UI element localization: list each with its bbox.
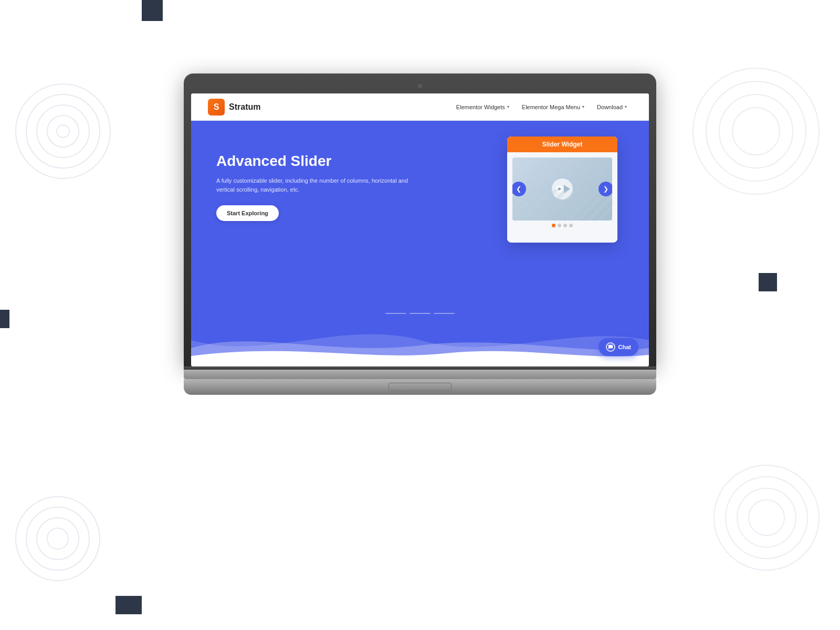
site-navbar: S Stratum Elementor Widgets ▾ Elementor … — [191, 93, 649, 121]
svg-point-10 — [26, 507, 89, 570]
logo-icon: S — [208, 99, 225, 116]
chat-icon — [606, 342, 615, 352]
svg-point-13 — [714, 465, 819, 570]
dark-square-4 — [116, 596, 142, 614]
slider-dots — [512, 220, 612, 230]
chevron-down-icon: ▾ — [582, 104, 584, 109]
svg-point-16 — [749, 500, 784, 536]
circle-group-left — [10, 79, 116, 186]
laptop: S Stratum Elementor Widgets ▾ Elementor … — [184, 74, 656, 395]
nav-links: Elementor Widgets ▾ Elementor Mega Menu … — [451, 102, 632, 112]
circle-group-bottom-left — [10, 491, 105, 588]
nav-item-mega-menu[interactable]: Elementor Mega Menu ▾ — [517, 102, 590, 112]
chat-button[interactable]: Chat — [598, 338, 638, 356]
laptop-bottom — [184, 379, 656, 395]
slider-dot-2[interactable] — [558, 224, 561, 227]
nav-item-download[interactable]: Download ▾ — [592, 102, 632, 112]
site-logo: S Stratum — [208, 99, 260, 116]
start-exploring-button[interactable]: Start Exploring — [216, 205, 279, 221]
slider-dot-3[interactable] — [563, 224, 567, 227]
hero-section: Advanced Slider A fully customizable sli… — [191, 121, 649, 366]
laptop-base — [184, 370, 656, 379]
svg-point-5 — [693, 68, 819, 194]
svg-point-11 — [37, 518, 79, 560]
svg-point-14 — [726, 477, 807, 559]
svg-point-1 — [26, 94, 100, 168]
slide-line-3 — [434, 313, 455, 314]
slider-bottom-line — [512, 242, 612, 243]
hero-title: Advanced Slider — [216, 152, 416, 170]
slider-widget-body: ❮ ❯ — [507, 152, 617, 242]
chevron-down-icon: ▾ — [625, 104, 627, 109]
camera-bar — [191, 81, 649, 91]
svg-point-12 — [47, 528, 68, 549]
slider-diagonal-pattern — [512, 189, 612, 220]
svg-point-7 — [719, 94, 793, 168]
nav-item-elementor-widgets[interactable]: Elementor Widgets ▾ — [451, 102, 514, 112]
slider-widget-card: Slider Widget ❮ ❯ — [507, 136, 617, 243]
laptop-touchpad — [388, 383, 452, 391]
slide-line-1 — [385, 313, 406, 314]
chevron-down-icon: ▾ — [507, 104, 509, 109]
slider-image: ❮ ❯ — [512, 158, 612, 220]
webcam — [418, 84, 422, 88]
svg-point-0 — [16, 84, 110, 178]
dark-square-1 — [142, 0, 163, 21]
slide-line-2 — [410, 313, 430, 314]
svg-point-6 — [706, 81, 806, 181]
dark-square-2 — [759, 273, 777, 291]
svg-point-8 — [732, 108, 780, 155]
hero-description: A fully customizable slider, including t… — [216, 176, 416, 195]
slider-next-button[interactable]: ❯ — [598, 182, 612, 196]
slide-indicators — [385, 313, 455, 314]
logo-text: Stratum — [229, 102, 260, 112]
hero-content: Advanced Slider A fully customizable sli… — [216, 152, 416, 221]
circle-group-right — [688, 63, 824, 202]
svg-point-2 — [37, 105, 89, 158]
slider-dot-4[interactable] — [569, 224, 573, 227]
svg-point-15 — [737, 488, 796, 547]
hero-waves — [191, 319, 649, 366]
svg-point-4 — [57, 125, 69, 138]
slider-widget-header: Slider Widget — [507, 136, 617, 152]
circle-group-bottom-right — [709, 460, 824, 578]
dark-square-3 — [0, 310, 9, 328]
svg-point-9 — [16, 497, 100, 581]
svg-point-3 — [47, 116, 79, 147]
laptop-screen-outer: S Stratum Elementor Widgets ▾ Elementor … — [184, 74, 656, 366]
laptop-screen: S Stratum Elementor Widgets ▾ Elementor … — [191, 93, 649, 366]
slider-dot-1[interactable] — [552, 224, 555, 227]
